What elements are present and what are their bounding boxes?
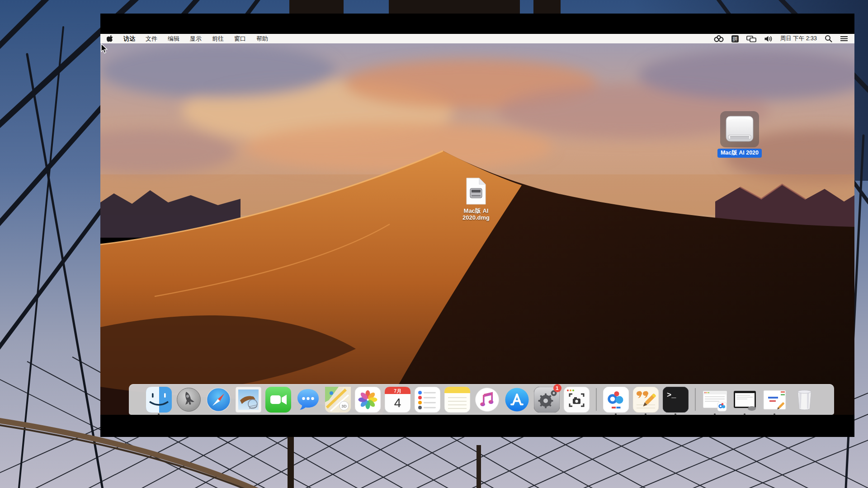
dock-calendar-icon[interactable]: 7月 4 (385, 387, 410, 413)
mojave-dune-art (100, 43, 854, 415)
menu-bar-left: 访达 文件 编辑 显示 前往 窗口 帮助 (107, 34, 268, 43)
menu-item-view[interactable]: 显示 (190, 35, 202, 43)
menu-bar-status-area: 拼 周日 下午 2:33 (714, 35, 848, 42)
notification-badge: 1 (553, 384, 561, 392)
external-drive-icon (723, 115, 756, 144)
input-method-icon[interactable]: 拼 (731, 35, 739, 42)
dock-trash-icon[interactable] (792, 387, 817, 413)
dmg-label-line2: 2020.dmg (449, 214, 503, 221)
dock-minimized-window-document[interactable] (762, 387, 788, 413)
desktop-icon-volume[interactable]: Mac版 AI 2020 (713, 111, 766, 158)
dock-screenshot-icon[interactable] (564, 387, 590, 413)
dock-safari-icon[interactable] (206, 387, 231, 413)
dock-app-store-icon[interactable] (504, 387, 530, 413)
dock-messages-icon[interactable] (295, 387, 321, 413)
dock: 3D (129, 384, 834, 415)
dock-mail-icon[interactable] (236, 387, 261, 413)
dock-finder-icon[interactable] (146, 387, 172, 413)
dock-maps-icon[interactable]: 3D (325, 387, 351, 413)
dock-launchpad-icon[interactable] (176, 387, 202, 413)
spotlight-search-icon[interactable] (825, 35, 832, 42)
dock-reminders-icon[interactable] (415, 387, 440, 413)
svg-text:>_: >_ (667, 391, 676, 399)
dock-photos-icon[interactable] (355, 387, 381, 413)
svg-text:4: 4 (394, 396, 401, 410)
dock-separator (596, 388, 597, 411)
dock-system-preferences-icon[interactable]: 1 (534, 387, 560, 413)
icon-selection-highlight (720, 111, 759, 147)
apple-menu[interactable] (107, 34, 113, 43)
menu-item-window[interactable]: 窗口 (234, 35, 246, 43)
dock-minimized-window-text[interactable] (732, 387, 758, 413)
desktop-wallpaper: Mac版 AI 2020 Mac版 AI 2020.dmg (100, 43, 854, 415)
dock-separator (695, 388, 696, 411)
dock-minimized-window-netdisk[interactable] (702, 387, 728, 413)
volume-label: Mac版 AI 2020 (717, 149, 762, 158)
screenshot-stage: 访达 文件 编辑 显示 前往 窗口 帮助 拼 (0, 0, 868, 488)
menu-bar: 访达 文件 编辑 显示 前往 窗口 帮助 拼 (100, 34, 854, 43)
menu-item-file[interactable]: 文件 (146, 35, 157, 43)
dock-baidu-netdisk-icon[interactable] (603, 387, 629, 413)
mouse-cursor (100, 43, 108, 54)
dock-notes-icon[interactable] (444, 387, 470, 413)
volume-status-icon[interactable] (764, 35, 773, 42)
netdisk-status-icon[interactable] (714, 35, 724, 42)
menu-bar-clock[interactable]: 周日 下午 2:33 (780, 35, 817, 42)
menu-item-edit[interactable]: 编辑 (168, 35, 179, 43)
menu-item-help[interactable]: 帮助 (256, 35, 268, 43)
dock-itunes-icon[interactable] (474, 387, 500, 413)
menu-item-finder[interactable]: 访达 (123, 35, 135, 43)
menu-item-go[interactable]: 前往 (212, 35, 224, 43)
notification-center-icon[interactable] (840, 35, 848, 42)
mac-remote-screen: 访达 文件 编辑 显示 前往 窗口 帮助 拼 (100, 14, 854, 437)
dock-writing-app-icon[interactable] (633, 387, 659, 413)
dock-facetime-icon[interactable] (265, 387, 291, 413)
svg-text:7月: 7月 (394, 388, 401, 393)
dmg-document-icon (464, 177, 488, 205)
svg-text:3D: 3D (341, 404, 347, 408)
displays-status-icon[interactable] (746, 35, 756, 42)
dock-terminal-icon[interactable]: >_ (663, 387, 689, 413)
apple-icon (107, 34, 113, 42)
dmg-label-line1: Mac版 AI (449, 207, 503, 214)
desktop-icon-dmg-file[interactable]: Mac版 AI 2020.dmg (449, 177, 503, 221)
